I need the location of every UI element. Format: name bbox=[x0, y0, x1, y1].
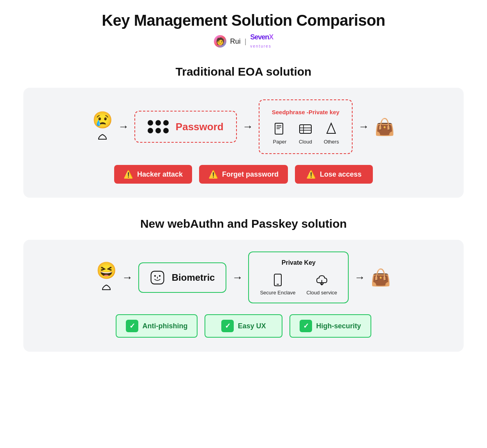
private-key-icons-row: Secure Enclave Cloud service bbox=[260, 273, 337, 296]
author-avatar: 🧑 bbox=[214, 35, 226, 48]
svg-rect-4 bbox=[300, 125, 311, 133]
traditional-section-box: 😢 → Password bbox=[23, 88, 464, 198]
arrow-3: → bbox=[358, 120, 369, 133]
storage-item-paper: Paper bbox=[272, 122, 287, 145]
new-user-figure: 😆 bbox=[96, 262, 116, 292]
arrow-4: → bbox=[122, 271, 133, 284]
svg-marker-8 bbox=[327, 123, 335, 133]
biometric-label: Biometric bbox=[172, 272, 215, 283]
check-icon-3: ✓ bbox=[300, 320, 312, 332]
cry-emoji: 😢 bbox=[92, 112, 113, 128]
warning-icon-3: ⚠️ bbox=[306, 170, 316, 179]
paper-label: Paper bbox=[273, 139, 287, 145]
risk-label-3: Lose access bbox=[320, 170, 362, 179]
risk-badge-hacker: ⚠️ Hacker attack bbox=[114, 165, 192, 184]
dot bbox=[163, 120, 169, 126]
cloud-service-label: Cloud service bbox=[307, 290, 337, 296]
page-title: Key Management Solution Comparison bbox=[23, 12, 464, 29]
arrow-5: → bbox=[232, 271, 243, 284]
cloud-label: Cloud bbox=[299, 139, 312, 145]
biometric-row: Biometric bbox=[150, 270, 215, 285]
check-icon-1: ✓ bbox=[126, 320, 138, 332]
dot bbox=[148, 128, 153, 133]
user-body-icon-2 bbox=[100, 280, 113, 292]
others-icon bbox=[324, 122, 339, 136]
seedphrase-box: Seedphrase -Private key Paper bbox=[259, 99, 353, 154]
author-name: Rui bbox=[230, 37, 241, 46]
cloud-storage-icon bbox=[298, 122, 313, 136]
new-flow-row: 😆 → Biometric bbox=[39, 251, 448, 303]
user-body-icon bbox=[96, 129, 109, 142]
password-label: Password bbox=[176, 121, 224, 133]
dot bbox=[148, 120, 153, 126]
biometric-box: Biometric bbox=[138, 262, 227, 293]
warning-icon-2: ⚠️ bbox=[208, 170, 218, 179]
arrow-6: → bbox=[354, 271, 365, 284]
secure-enclave-label: Secure Enclave bbox=[260, 290, 295, 296]
traditional-flow-row: 😢 → Password bbox=[39, 99, 448, 154]
check-icon-2: ✓ bbox=[221, 320, 234, 332]
password-box: Password bbox=[134, 111, 237, 143]
secure-enclave-item: Secure Enclave bbox=[260, 273, 295, 296]
storage-item-cloud: Cloud bbox=[298, 122, 313, 145]
dots-grid bbox=[148, 120, 169, 133]
benefit-badge-ux: ✓ Easy UX bbox=[205, 314, 282, 338]
svg-point-11 bbox=[159, 275, 161, 276]
benefit-label-3: High-security bbox=[316, 322, 361, 330]
risk-badge-forget: ⚠️ Forget password bbox=[199, 165, 288, 184]
wallet-icon-new: 👜 bbox=[371, 268, 391, 287]
risk-label-2: Forget password bbox=[222, 170, 279, 179]
new-section-box: 😆 → Biometric bbox=[23, 240, 464, 352]
benefit-badge-security: ✓ High-security bbox=[289, 314, 371, 338]
warning-icon-1: ⚠️ bbox=[124, 170, 133, 179]
private-key-box: Private Key Secure Enclave Cloud bbox=[248, 251, 349, 303]
password-row: Password bbox=[148, 120, 224, 133]
biometric-face-icon bbox=[150, 270, 165, 285]
risk-row: ⚠️ Hacker attack ⚠️ Forget password ⚠️ L… bbox=[39, 165, 448, 184]
author-row: 🧑 Rui | SevenXventures bbox=[23, 33, 464, 50]
cloud-service-item: Cloud service bbox=[307, 273, 337, 296]
wallet-icon-traditional: 👜 bbox=[374, 117, 395, 136]
dot bbox=[163, 128, 169, 133]
dot bbox=[155, 128, 161, 133]
risk-badge-access: ⚠️ Lose access bbox=[295, 165, 373, 184]
benefit-row: ✓ Anti-phishing ✓ Easy UX ✓ High-securit… bbox=[39, 314, 448, 338]
svg-point-10 bbox=[154, 275, 156, 276]
divider: | bbox=[245, 37, 247, 46]
benefit-label-1: Anti-phishing bbox=[142, 322, 187, 330]
traditional-section-title: Traditional EOA solution bbox=[23, 65, 464, 78]
brand-logo: SevenXventures bbox=[250, 33, 273, 50]
storage-icons-row: Paper Cloud Other bbox=[272, 122, 339, 145]
traditional-user-figure: 😢 bbox=[92, 112, 113, 142]
cloud-service-icon bbox=[314, 273, 329, 287]
private-key-label: Private Key bbox=[282, 259, 316, 266]
paper-icon bbox=[272, 122, 287, 136]
seedphrase-label: Seedphrase -Private key bbox=[272, 109, 339, 115]
dot bbox=[155, 120, 161, 126]
grin-emoji: 😆 bbox=[96, 262, 116, 279]
arrow-1: → bbox=[118, 120, 129, 133]
others-label: Others bbox=[324, 139, 339, 145]
risk-label-1: Hacker attack bbox=[137, 170, 183, 179]
benefit-badge-phishing: ✓ Anti-phishing bbox=[116, 314, 198, 338]
new-section-title: New webAuthn and Passkey solution bbox=[23, 217, 464, 230]
storage-item-others: Others bbox=[324, 122, 339, 145]
arrow-2: → bbox=[242, 120, 253, 133]
phone-icon bbox=[270, 273, 285, 287]
benefit-label-2: Easy UX bbox=[238, 322, 266, 330]
